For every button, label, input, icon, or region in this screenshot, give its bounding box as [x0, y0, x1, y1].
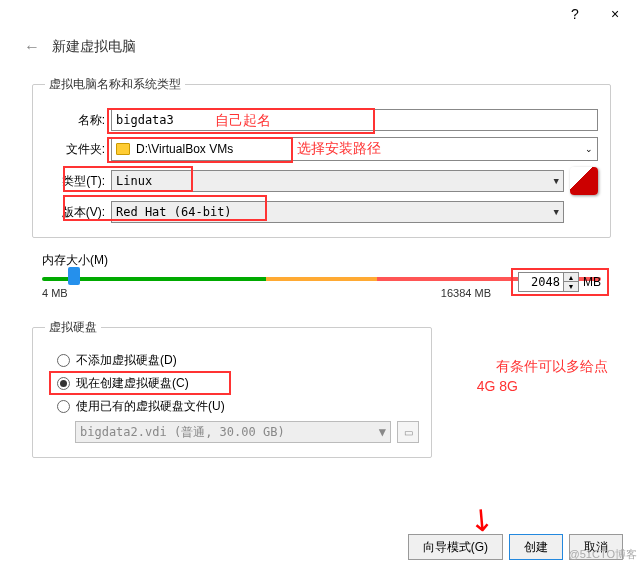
- annot-mem-hint2: 4G 8G: [477, 378, 518, 394]
- create-button[interactable]: 创建: [509, 534, 563, 560]
- memory-label: 内存大小(M): [42, 252, 611, 269]
- existing-disk-value: bigdata2.vdi (普通, 30.00 GB): [80, 422, 285, 442]
- annot-box-memory: [511, 268, 609, 296]
- radio-existing-disk-label: 使用已有的虚拟硬盘文件(U): [76, 398, 225, 415]
- dialog-title: 新建虚拟电脑: [52, 38, 136, 56]
- folder-label: 文件夹:: [45, 141, 105, 158]
- memory-max: 16384 MB: [441, 287, 491, 299]
- chevron-down-icon: ⌄: [585, 138, 593, 160]
- chevron-down-icon: ▼: [554, 202, 559, 222]
- back-button[interactable]: ←: [24, 38, 40, 56]
- annot-box-folder: [107, 137, 293, 163]
- existing-disk-select: bigdata2.vdi (普通, 30.00 GB) ▼: [75, 421, 391, 443]
- annot-box-createdisk: [49, 371, 231, 395]
- annot-box-version: [63, 195, 267, 221]
- annot-box-type: [63, 166, 193, 192]
- group-legend: 虚拟电脑名称和系统类型: [45, 76, 185, 93]
- chevron-down-icon: ▼: [554, 171, 559, 191]
- annot-folder-hint: 选择安装路径: [297, 140, 381, 158]
- radio-existing-disk[interactable]: [57, 400, 70, 413]
- memory-min: 4 MB: [42, 287, 68, 299]
- os-icon: [570, 167, 598, 195]
- watermark: @51CTO博客: [569, 547, 637, 562]
- browse-disk-icon: ▭: [397, 421, 419, 443]
- annot-mem-hint1: 有条件可以多给点: [496, 358, 608, 376]
- close-icon[interactable]: ×: [595, 1, 635, 29]
- annot-name-hint: 自己起名: [215, 112, 271, 130]
- name-label: 名称:: [45, 112, 105, 129]
- group-disk: 虚拟硬盘 不添加虚拟硬盘(D) 现在创建虚拟硬盘(C) 使用已有的虚拟硬盘文件(…: [32, 319, 432, 458]
- radio-no-disk[interactable]: [57, 354, 70, 367]
- group-name-ostype: 虚拟电脑名称和系统类型 名称: 文件夹: D:\VirtualBox VMs ⌄…: [32, 76, 611, 238]
- guide-mode-button[interactable]: 向导模式(G): [408, 534, 503, 560]
- disk-legend: 虚拟硬盘: [45, 319, 101, 336]
- radio-no-disk-label: 不添加虚拟硬盘(D): [76, 352, 177, 369]
- slider-thumb[interactable]: [68, 267, 80, 285]
- help-icon[interactable]: ?: [555, 1, 595, 29]
- chevron-down-icon: ▼: [379, 422, 386, 442]
